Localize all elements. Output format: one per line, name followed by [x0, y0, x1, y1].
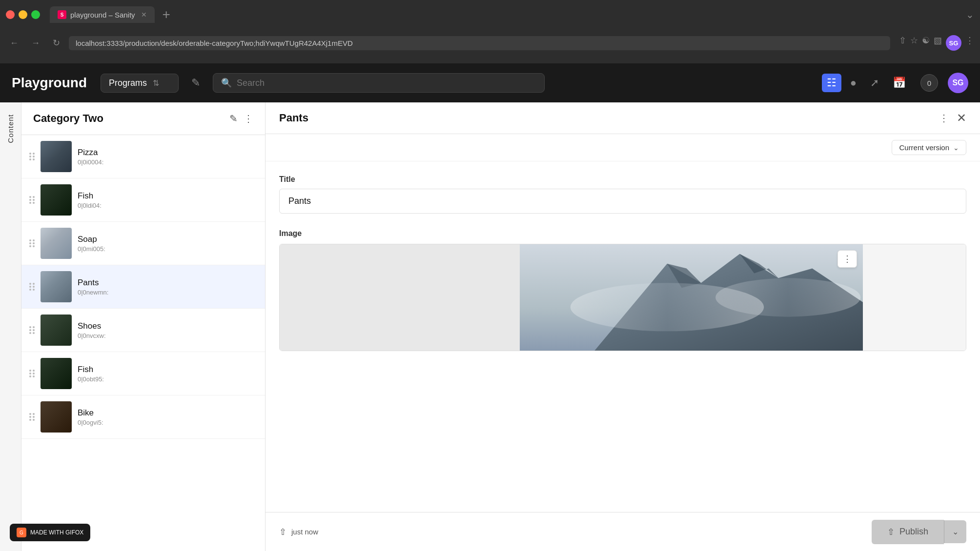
grid-view-btn[interactable]: ☷ [822, 74, 841, 92]
sidebar-tab-label[interactable]: Content [6, 114, 15, 143]
minimize-window-btn[interactable] [19, 10, 27, 19]
drag-handle-icon[interactable] [29, 283, 35, 291]
external-link-btn[interactable]: ➚ [865, 74, 884, 92]
top-nav: Playground Programs ⇅ ✎ 🔍 ☷ ● ➚ 📅 0 SG [0, 63, 980, 102]
item-info: Shoes 0|0nvcxw: [78, 321, 257, 339]
item-name: Shoes [78, 321, 257, 331]
list-item[interactable]: Fish 0|0ldi04: [21, 178, 265, 222]
item-thumbnail [41, 401, 72, 433]
image-menu-btn[interactable]: ⋮ [837, 250, 857, 268]
version-label: Current version [899, 143, 949, 152]
save-timestamp: just now [291, 528, 318, 536]
extensions-icon[interactable]: ☯ [922, 35, 930, 51]
programs-chevron-icon: ⇅ [153, 79, 159, 88]
title-field-label: Title [279, 175, 966, 184]
version-select[interactable]: Current version ⌄ [892, 140, 966, 155]
item-info: Fish 0|0obt95: [78, 365, 257, 383]
preview-view-btn[interactable]: ● [845, 74, 861, 92]
tab-title: playground – Sanity [70, 11, 135, 19]
browser-chevron-icon: ⌄ [966, 9, 974, 20]
right-panel-content: Title Image [265, 161, 980, 512]
bottom-bar: ⇧ just now ⇧ Publish ⌄ [265, 512, 980, 551]
item-info: Pants 0|0newmn: [78, 278, 257, 296]
gifox-logo: G [17, 528, 26, 537]
publish-area: ⇧ Publish ⌄ [872, 520, 966, 544]
user-avatar[interactable]: SG [948, 73, 968, 93]
item-thumbnail [41, 141, 72, 172]
panel-more-icon[interactable]: ⋮ [244, 113, 253, 124]
upload-icon: ⇧ [279, 527, 286, 537]
publish-icon: ⇧ [887, 527, 895, 537]
panel-actions: ✎ ⋮ [229, 113, 253, 124]
item-name: Fish [78, 365, 257, 374]
gifox-label: MADE WITH GIFOX [30, 529, 83, 536]
close-window-btn[interactable] [6, 10, 15, 19]
right-panel: Pants ⋮ ✕ Current version ⌄ Title Imag [265, 102, 980, 551]
image-field-label: Image [279, 229, 966, 238]
list-item[interactable]: Soap 0|0mi005: [21, 222, 265, 265]
item-id: 0|0ldi04: [78, 202, 257, 209]
edit-icon[interactable]: ✎ [188, 74, 203, 92]
item-id: 0|0nvcxw: [78, 332, 257, 339]
tab-close-icon[interactable]: ✕ [141, 11, 147, 19]
programs-label: Programs [109, 78, 147, 88]
close-panel-icon[interactable]: ✕ [957, 111, 966, 125]
list-item[interactable]: Bike 0|0ogvi5: [21, 395, 265, 439]
browser-tab[interactable]: S playground – Sanity ✕ [50, 6, 155, 23]
share-icon[interactable]: ⇧ [899, 35, 906, 51]
back-btn[interactable]: ← [6, 36, 22, 50]
drag-handle-icon[interactable] [29, 196, 35, 204]
refresh-btn[interactable]: ↻ [49, 36, 64, 50]
item-thumbnail [41, 315, 72, 346]
panel-edit-icon[interactable]: ✎ [229, 113, 238, 124]
title-field-input[interactable] [279, 189, 966, 214]
browser-chrome: S playground – Sanity ✕ + ⌄ ← → ↻ localh… [0, 0, 980, 63]
item-id: 0|0mi005: [78, 245, 257, 253]
gifox-badge: G MADE WITH GIFOX [10, 524, 90, 541]
item-info: Pizza 0|0i0004: [78, 148, 257, 166]
url-text: localhost:3333/production/desk/orderable… [76, 39, 353, 47]
drag-handle-icon[interactable] [29, 413, 35, 421]
forward-btn[interactable]: → [27, 36, 44, 50]
drag-handle-icon[interactable] [29, 153, 35, 160]
notification-badge[interactable]: 0 [920, 74, 938, 92]
browser-user-avatar[interactable]: SG [946, 35, 961, 51]
item-id: 0|0obt95: [78, 375, 257, 383]
list-item[interactable]: Shoes 0|0nvcxw: [21, 309, 265, 352]
bookmark-icon[interactable]: ☆ [910, 35, 918, 51]
image-main-panel: ⋮ [520, 244, 863, 351]
item-name: Pizza [78, 148, 257, 157]
list-item[interactable]: Fish 0|0obt95: [21, 352, 265, 395]
publish-button[interactable]: ⇧ Publish [872, 520, 944, 544]
image-field-section: Image [279, 229, 966, 351]
window-controls [6, 10, 40, 19]
address-bar[interactable]: localhost:3333/production/desk/orderable… [69, 36, 890, 50]
list-item[interactable]: Pizza 0|0i0004: [21, 135, 265, 178]
list-item-active[interactable]: Pants 0|0newmn: [21, 265, 265, 309]
drag-handle-icon[interactable] [29, 239, 35, 247]
title-field-section: Title [279, 175, 966, 214]
item-thumbnail [41, 228, 72, 259]
drag-handle-icon[interactable] [29, 326, 35, 334]
version-chevron-icon: ⌄ [953, 144, 959, 152]
item-name: Pants [78, 278, 257, 288]
programs-dropdown[interactable]: Programs ⇅ [101, 74, 179, 93]
item-thumbnail [41, 271, 72, 302]
browser-titlebar: S playground – Sanity ✕ + ⌄ [0, 0, 980, 29]
app-title: Playground [12, 75, 87, 91]
item-thumbnail [41, 358, 72, 389]
sidebar-toggle-icon[interactable]: ▧ [934, 35, 942, 51]
publish-dropdown-btn[interactable]: ⌄ [944, 520, 966, 543]
calendar-view-btn[interactable]: 📅 [888, 74, 911, 92]
item-id: 0|0ogvi5: [78, 419, 257, 426]
right-panel-more-icon[interactable]: ⋮ [939, 112, 949, 124]
main-content: Content Category Two ✎ ⋮ [0, 102, 980, 551]
maximize-window-btn[interactable] [31, 10, 40, 19]
drag-handle-icon[interactable] [29, 370, 35, 377]
search-input[interactable] [237, 78, 536, 88]
browser-menu-icon[interactable]: ⋮ [965, 35, 974, 51]
publish-label: Publish [899, 527, 928, 537]
item-name: Fish [78, 191, 257, 201]
image-right-panel [863, 244, 966, 351]
new-tab-btn[interactable]: + [163, 7, 170, 22]
